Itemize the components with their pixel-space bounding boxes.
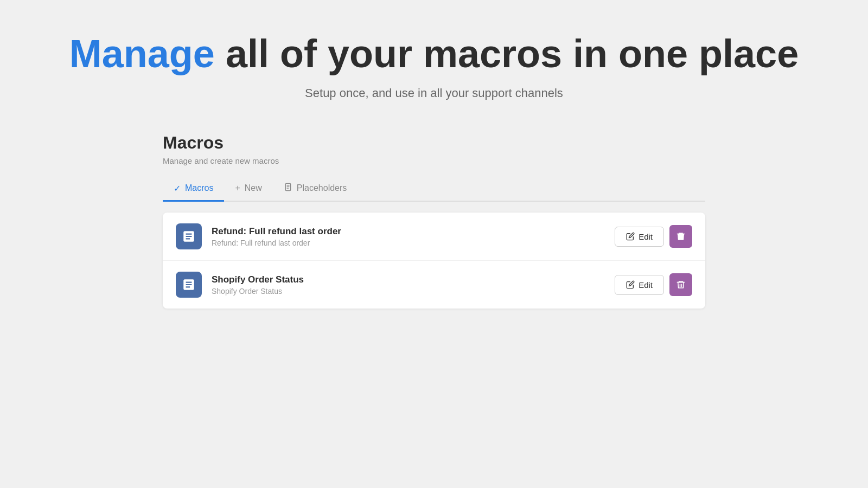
edit-icon-1 [626, 232, 635, 241]
edit-label-2: Edit [639, 280, 653, 290]
edit-button-2[interactable]: Edit [615, 275, 664, 295]
hero-title-rest: all of your macros in one place [215, 32, 799, 75]
document-icon [284, 183, 292, 194]
macro-text-2: Shopify Order Status Shopify Order Statu… [212, 274, 605, 296]
tabs-bar: ✓ Macros + New Placeholders [163, 176, 705, 202]
macro-icon-box-2 [176, 272, 202, 298]
trash-icon-1 [676, 232, 686, 241]
macros-list: Refund: Full refund last order Refund: F… [163, 213, 705, 309]
plus-icon: + [235, 183, 240, 193]
delete-button-1[interactable] [669, 225, 692, 248]
tab-new[interactable]: + New [224, 177, 272, 201]
macro-description-1: Refund: Full refund last order [212, 239, 605, 247]
hero-title-highlight: Manage [69, 32, 215, 75]
edit-label-1: Edit [639, 232, 653, 241]
macro-actions-2: Edit [615, 273, 692, 296]
macros-panel-title: Macros [163, 133, 705, 153]
macro-item-2: Shopify Order Status Shopify Order Statu… [163, 261, 705, 309]
macro-description-2: Shopify Order Status [212, 287, 605, 296]
page-container: Manage all of your macros in one place S… [0, 0, 868, 488]
edit-icon-2 [626, 280, 635, 289]
macro-name-1: Refund: Full refund last order [212, 226, 605, 237]
macro-item: Refund: Full refund last order Refund: F… [163, 213, 705, 261]
macros-panel-subtitle: Manage and create new macros [163, 156, 705, 165]
tab-new-label: New [245, 183, 262, 193]
hero-subtitle: Setup once, and use in all your support … [69, 86, 799, 100]
macro-name-2: Shopify Order Status [212, 274, 605, 285]
tab-macros-label: Macros [185, 183, 213, 193]
tab-placeholders-label: Placeholders [297, 183, 347, 193]
tab-placeholders[interactable]: Placeholders [273, 176, 358, 202]
delete-button-2[interactable] [669, 273, 692, 296]
tab-macros[interactable]: ✓ Macros [163, 177, 224, 202]
edit-button-1[interactable]: Edit [615, 227, 664, 247]
check-icon: ✓ [174, 183, 181, 194]
macros-panel: Macros Manage and create new macros ✓ Ma… [163, 133, 705, 309]
macro-text-1: Refund: Full refund last order Refund: F… [212, 226, 605, 247]
macro-actions-1: Edit [615, 225, 692, 248]
macro-icon-box-1 [176, 223, 202, 249]
macros-panel-header: Macros Manage and create new macros [163, 133, 705, 165]
hero-title: Manage all of your macros in one place [69, 33, 799, 75]
hero-section: Manage all of your macros in one place S… [69, 33, 799, 100]
trash-icon-2 [676, 280, 686, 290]
